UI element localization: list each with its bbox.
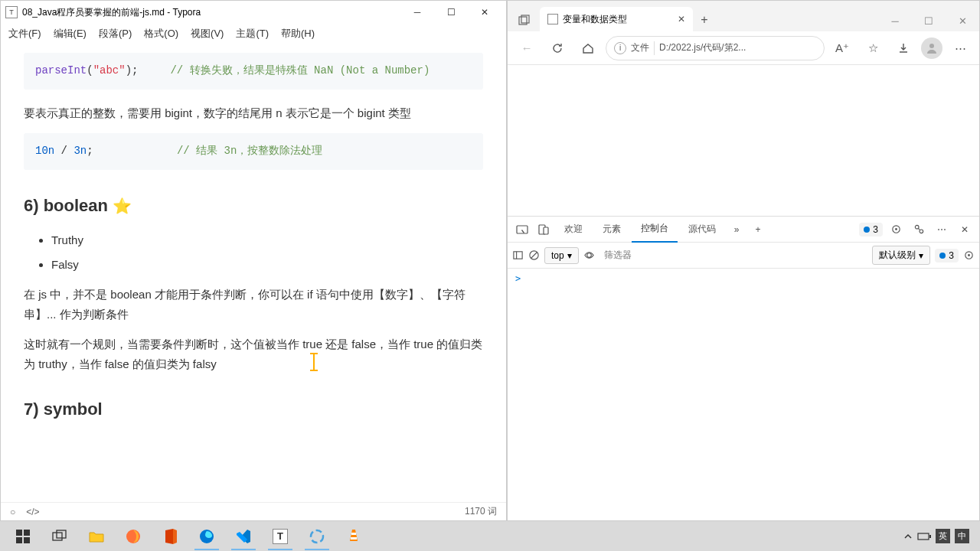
ime-indicator-1[interactable]: 英	[936, 529, 950, 543]
battery-icon[interactable]	[917, 532, 931, 541]
tab-welcome[interactable]: 欢迎	[555, 217, 592, 242]
office-icon[interactable]	[152, 523, 188, 550]
browser-tab[interactable]: 变量和数据类型 ✕	[540, 7, 693, 31]
console-output[interactable]: >	[508, 269, 979, 520]
home-button[interactable]	[575, 35, 601, 61]
settings-icon[interactable]	[886, 220, 906, 240]
heading-boolean[interactable]: 6) boolean ⭐	[24, 191, 483, 220]
paragraph-condition[interactable]: 在 js 中，并不是 boolean 才能用于条件判断，你可以在 if 语句中使…	[24, 285, 483, 324]
clear-console-icon[interactable]	[528, 249, 540, 261]
menu-paragraph[interactable]: 段落(P)	[96, 25, 135, 42]
new-tab-icon[interactable]: +	[748, 220, 768, 240]
new-tab-button[interactable]: +	[693, 8, 716, 31]
sidebar-toggle-icon[interactable]	[512, 249, 524, 261]
profile-avatar[interactable]	[921, 37, 942, 59]
svg-rect-27	[351, 537, 357, 540]
issues-badge[interactable]: 3	[859, 223, 883, 236]
svg-rect-29	[929, 535, 931, 538]
browser-tabbar: 变量和数据类型 ✕ + ─ ☐ ✕	[508, 1, 979, 31]
menu-help[interactable]: 帮助(H)	[278, 25, 318, 42]
tab-elements[interactable]: 元素	[593, 217, 630, 242]
outline-icon[interactable]: ○	[10, 507, 15, 517]
devtools-more-icon[interactable]: ⋯	[932, 220, 952, 240]
log-level-selector[interactable]: 默认级别 ▾	[872, 246, 930, 265]
menu-file[interactable]: 文件(F)	[5, 25, 44, 42]
tab-actions-icon[interactable]	[514, 10, 535, 31]
downloads-icon[interactable]	[890, 35, 916, 61]
device-toggle-icon[interactable]	[534, 220, 554, 240]
edge-icon[interactable]	[188, 523, 225, 550]
menu-theme[interactable]: 主题(T)	[233, 25, 272, 42]
issues-badge-toolbar[interactable]: 3	[935, 249, 959, 262]
inspect-icon[interactable]	[512, 220, 532, 240]
start-button[interactable]	[5, 523, 41, 550]
more-tabs-icon[interactable]: »	[727, 220, 746, 240]
chevron-down-icon: ▾	[567, 250, 572, 261]
word-count[interactable]: 1170 词	[465, 505, 497, 518]
list-item[interactable]: Falsy	[51, 255, 483, 275]
filter-input[interactable]	[599, 246, 868, 265]
context-selector[interactable]: top ▾	[544, 247, 579, 264]
code-block-bigint[interactable]: 10n / 3n; // 结果 3n，按整数除法处理	[24, 133, 483, 170]
console-prompt: >	[515, 273, 521, 284]
firefox-icon[interactable]	[115, 523, 152, 550]
code-block-parseint[interactable]: parseInt("abc"); // 转换失败，结果是特殊值 NaN (Not…	[24, 53, 483, 90]
browser-maximize-button[interactable]: ☐	[912, 10, 946, 31]
tab-title: 变量和数据类型	[563, 13, 627, 26]
badge-dot-icon	[939, 253, 946, 259]
menu-format[interactable]: 格式(O)	[141, 25, 181, 42]
tab-sources[interactable]: 源代码	[679, 217, 725, 242]
menu-view[interactable]: 视图(V)	[188, 25, 227, 42]
vlc-icon[interactable]	[335, 523, 372, 550]
tab-console[interactable]: 控制台	[632, 216, 678, 243]
paragraph-truthy-rule[interactable]: 这时就有一个规则，当需要条件判断时，这个值被当作 true 还是 false，当…	[24, 334, 483, 373]
maximize-button[interactable]: ☐	[434, 2, 468, 23]
text-cursor	[313, 354, 315, 370]
close-button[interactable]: ✕	[468, 2, 501, 23]
console-settings-icon[interactable]	[963, 249, 975, 261]
svg-rect-17	[16, 530, 22, 536]
svg-rect-10	[514, 252, 522, 259]
menu-edit[interactable]: 编辑(E)	[51, 25, 90, 42]
typora-statusbar: ○ </> 1170 词	[1, 502, 506, 520]
tab-close-icon[interactable]: ✕	[678, 14, 685, 24]
more-icon[interactable]: ⋯	[947, 35, 973, 61]
browser-close-button[interactable]: ✕	[946, 10, 979, 31]
paragraph-bigint-intro[interactable]: 要表示真正的整数，需要用 bigint，数字的结尾用 n 表示它是一个 bigi…	[24, 103, 483, 123]
edge-browser-window: 变量和数据类型 ✕ + ─ ☐ ✕ ← i 文件 D:/2022.js/代码/第…	[507, 0, 980, 521]
task-view-button[interactable]	[41, 523, 78, 550]
addr-path: D:/2022.js/代码/第2...	[659, 41, 746, 54]
browser-toolbar: ← i 文件 D:/2022.js/代码/第2... A⁺ ☆ ⋯	[508, 31, 979, 65]
devtools-close-icon[interactable]: ✕	[955, 220, 975, 240]
address-bar[interactable]: i 文件 D:/2022.js/代码/第2...	[606, 36, 825, 60]
back-button[interactable]: ←	[514, 35, 540, 61]
svg-rect-20	[24, 537, 30, 543]
list-item[interactable]: Truthy	[51, 230, 483, 250]
bullet-list-truthy-falsy[interactable]: Truthy Falsy	[51, 230, 483, 274]
activity-icon[interactable]	[909, 220, 929, 240]
addr-divider	[654, 41, 655, 55]
minimize-button[interactable]: ─	[400, 2, 434, 23]
browser-minimize-button[interactable]: ─	[878, 10, 912, 31]
typora-taskbar-icon[interactable]: T	[262, 523, 299, 550]
vscode-icon[interactable]	[225, 523, 262, 550]
source-code-icon[interactable]: </>	[26, 507, 39, 517]
svg-point-14	[586, 253, 591, 258]
live-expression-icon[interactable]	[583, 249, 595, 261]
browser-viewport[interactable]	[508, 65, 979, 216]
addr-scheme: 文件	[631, 41, 649, 54]
refresh-button[interactable]	[544, 35, 570, 61]
devtools-panel: 欢迎 元素 控制台 源代码 » + 3 ⋯ ✕	[508, 216, 979, 520]
read-aloud-icon[interactable]: A⁺	[829, 35, 855, 61]
site-info-icon[interactable]: i	[614, 42, 626, 54]
chevron-down-icon: ▾	[919, 250, 923, 261]
app-icon-blue[interactable]	[299, 523, 335, 550]
typora-titlebar: T 08_Java程序员要掌握的前端-js.md - Typora ─ ☐ ✕	[1, 1, 506, 24]
file-explorer-icon[interactable]	[78, 523, 115, 550]
heading-symbol-text: 7) symbol	[24, 395, 103, 423]
tray-chevron-icon[interactable]	[903, 532, 913, 541]
typora-editor[interactable]: parseInt("abc"); // 转换失败，结果是特殊值 NaN (Not…	[1, 44, 506, 502]
favorites-icon[interactable]: ☆	[860, 35, 886, 61]
ime-indicator-2[interactable]: 中	[955, 529, 969, 543]
heading-symbol[interactable]: 7) symbol	[24, 395, 483, 423]
